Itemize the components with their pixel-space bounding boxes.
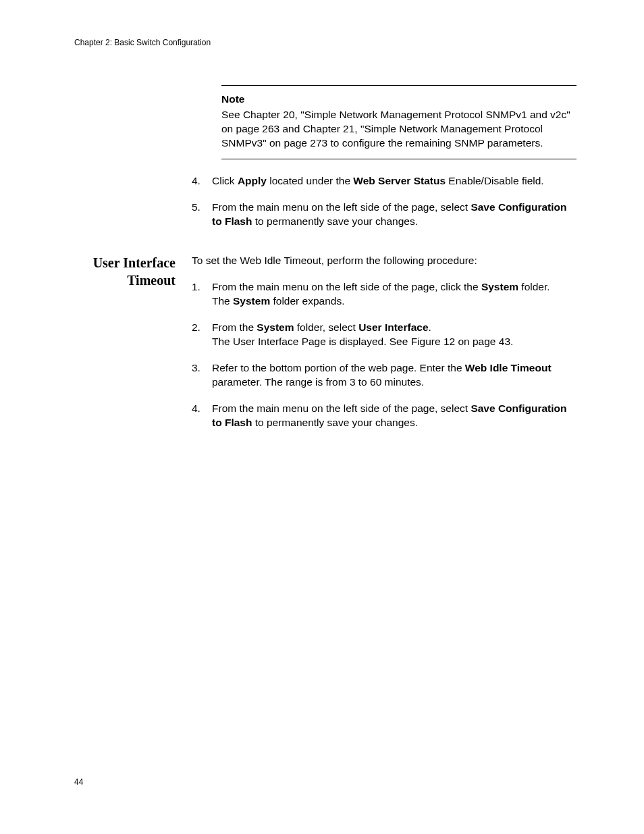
list-text: The User Interface Page is displayed. Se… bbox=[212, 335, 576, 349]
section-heading: User Interface Timeout bbox=[74, 254, 176, 289]
list-number: 4. bbox=[192, 402, 212, 430]
list-text: The System folder expands. bbox=[212, 294, 576, 309]
ordered-list-b: 1. From the main menu on the left side o… bbox=[192, 280, 576, 429]
list-text: Refer to the bottom portion of the web p… bbox=[212, 361, 576, 390]
ordered-list-a: 4. Click Apply located under the Web Ser… bbox=[192, 174, 576, 229]
list-text: From the main menu on the left side of t… bbox=[212, 402, 576, 430]
note-box: Note See Chapter 20, "Simple Network Man… bbox=[221, 85, 576, 159]
list-number: 5. bbox=[192, 201, 212, 229]
chapter-header: Chapter 2: Basic Switch Configuration bbox=[74, 38, 576, 47]
list-item: 2. From the System folder, select User I… bbox=[192, 321, 576, 349]
list-number: 1. bbox=[192, 280, 212, 309]
list-number: 4. bbox=[192, 174, 212, 188]
list-text: From the main menu on the left side of t… bbox=[212, 201, 576, 229]
section-intro: To set the Web Idle Timeout, perform the… bbox=[192, 254, 576, 268]
page-number: 44 bbox=[74, 777, 83, 787]
note-body: See Chapter 20, "Simple Network Manageme… bbox=[221, 108, 576, 151]
list-number: 3. bbox=[192, 361, 212, 390]
list-item: 4. From the main menu on the left side o… bbox=[192, 402, 576, 430]
list-item: 4. Click Apply located under the Web Ser… bbox=[192, 174, 576, 188]
list-text: Click Apply located under the Web Server… bbox=[212, 174, 576, 188]
list-item: 1. From the main menu on the left side o… bbox=[192, 280, 576, 309]
note-title: Note bbox=[221, 93, 576, 107]
list-number: 2. bbox=[192, 321, 212, 349]
list-text: From the main menu on the left side of t… bbox=[212, 280, 576, 294]
list-item: 5. From the main menu on the left side o… bbox=[192, 201, 576, 229]
list-item: 3. Refer to the bottom portion of the we… bbox=[192, 361, 576, 390]
list-text: From the System folder, select User Inte… bbox=[212, 321, 576, 335]
